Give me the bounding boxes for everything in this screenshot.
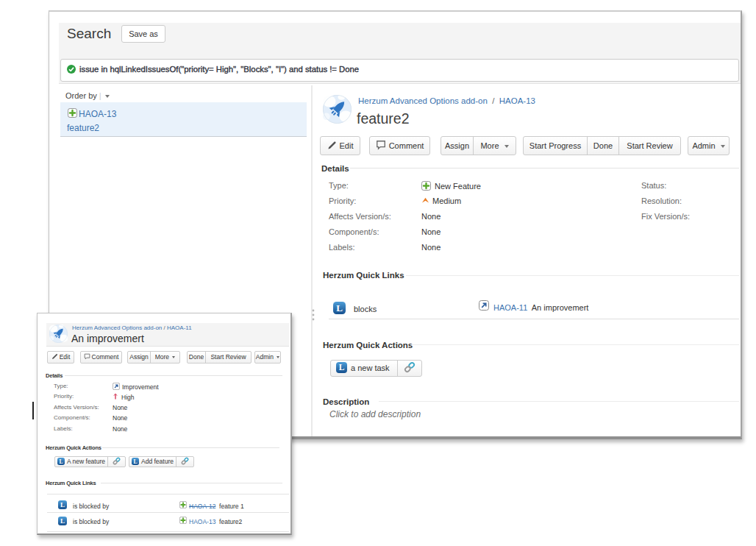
svg-text:L: L xyxy=(339,363,345,372)
svg-text:L: L xyxy=(133,458,137,465)
svg-text:L: L xyxy=(60,501,65,508)
svg-text:L: L xyxy=(60,517,65,525)
svg-text:L: L xyxy=(336,302,343,313)
svg-text:L: L xyxy=(59,458,63,465)
